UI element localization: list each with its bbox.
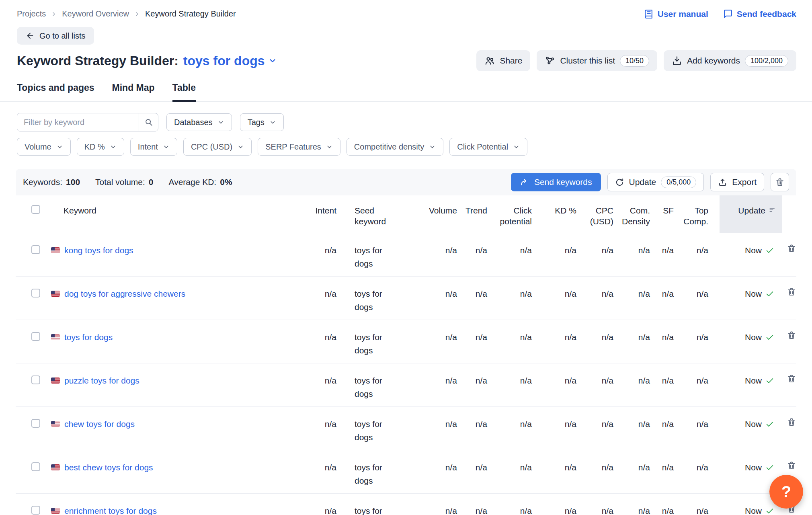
trash-icon [787, 417, 796, 427]
chevron-down-icon [56, 144, 63, 150]
cell-cpc: n/a [581, 450, 618, 493]
table-row: dog toys for aggressive chewers n/a toys… [16, 277, 796, 320]
send-feedback-link[interactable]: Send feedback [723, 9, 796, 19]
cell-trend: n/a [462, 494, 492, 515]
tab-topics-and-pages[interactable]: Topics and pages [17, 82, 94, 102]
cell-trend: n/a [462, 450, 492, 493]
keyword-link[interactable]: dog toys for aggressive chewers [64, 287, 185, 300]
tags-dropdown[interactable]: Tags [240, 113, 284, 131]
filter-competitive-density[interactable]: Competitive density [347, 138, 444, 156]
row-delete-button[interactable] [787, 330, 796, 363]
cell-volume: n/a [414, 407, 462, 450]
total-volume-label: Total volume: [95, 177, 145, 187]
add-keywords-button[interactable]: Add keywords 100/2,000 [664, 50, 796, 71]
chevron-down-icon [429, 144, 436, 150]
cell-cpc: n/a [581, 363, 618, 406]
filter-volume[interactable]: Volume [17, 138, 71, 156]
row-checkbox[interactable] [31, 419, 40, 428]
go-to-all-lists-button[interactable]: Go to all lists [17, 27, 94, 45]
col-cpc[interactable]: CPC (USD) [581, 195, 618, 233]
cell-com-density: n/a [618, 407, 655, 450]
row-checkbox[interactable] [31, 506, 40, 515]
cell-intent: n/a [281, 450, 341, 493]
breadcrumb-item-keyword-overview[interactable]: Keyword Overview [62, 9, 129, 18]
keyword-link[interactable]: best chew toys for dogs [64, 461, 153, 474]
cell-click-potential: n/a [492, 233, 537, 276]
col-keyword[interactable]: Keyword [46, 195, 281, 233]
col-top-comp[interactable]: Top Comp. [679, 195, 720, 233]
cell-com-density: n/a [618, 494, 655, 515]
cell-intent: n/a [281, 320, 341, 363]
send-feedback-label: Send feedback [737, 9, 796, 19]
tab-mind-map[interactable]: Mind Map [112, 82, 155, 102]
col-click-potential[interactable]: Click potential [492, 195, 537, 233]
delete-selected-button[interactable] [771, 173, 789, 191]
keyword-link[interactable]: chew toys for dogs [64, 417, 135, 431]
keyword-cell: dog toys for aggressive chewers [46, 277, 281, 320]
databases-dropdown[interactable]: Databases [166, 113, 232, 131]
cell-sf: n/a [655, 320, 679, 363]
filter-competitive-density-label: Competitive density [354, 142, 424, 152]
user-manual-link[interactable]: User manual [644, 9, 708, 19]
cluster-this-list-button[interactable]: Cluster this list 10/50 [537, 50, 657, 71]
add-keywords-quota-badge: 100/2,000 [745, 55, 788, 67]
share-button[interactable]: Share [476, 50, 530, 71]
search-button[interactable] [139, 113, 158, 131]
keyword-link[interactable]: kong toys for dogs [64, 244, 133, 257]
cluster-this-list-label: Cluster this list [560, 56, 615, 66]
col-update[interactable]: Update [720, 195, 782, 233]
page-title-text: Keyword Strategy Builder: [17, 53, 178, 68]
keyword-link[interactable]: toys for dogs [64, 330, 113, 344]
keyword-link[interactable]: puzzle toys for dogs [64, 374, 139, 387]
book-icon [644, 9, 654, 19]
row-delete-button[interactable] [787, 374, 796, 406]
col-volume[interactable]: Volume [414, 195, 462, 233]
help-button[interactable]: ? [769, 475, 803, 509]
filter-cpc[interactable]: CPC (USD) [183, 138, 252, 156]
filter-serp-features[interactable]: SERP Features [258, 138, 340, 156]
col-trend[interactable]: Trend [462, 195, 492, 233]
col-intent[interactable]: Intent [281, 195, 341, 233]
cell-sf: n/a [655, 277, 679, 320]
row-delete-button[interactable] [787, 417, 796, 450]
cell-volume: n/a [414, 363, 462, 406]
table-row: chew toys for dogs n/a toys for dogs n/a… [16, 407, 796, 450]
row-checkbox[interactable] [31, 332, 40, 341]
list-name-dropdown[interactable]: toys for dogs [183, 53, 277, 68]
row-checkbox[interactable] [31, 462, 40, 471]
row-checkbox[interactable] [31, 245, 40, 254]
row-checkbox[interactable] [31, 375, 40, 384]
chevron-right-icon [134, 11, 140, 17]
row-checkbox[interactable] [31, 289, 40, 298]
select-all-checkbox[interactable] [31, 205, 40, 214]
keyword-filter-input[interactable] [17, 113, 139, 131]
update-quota-badge: 0/5,000 [661, 176, 696, 188]
keywords-count-value: 100 [66, 177, 80, 187]
cell-kd: n/a [537, 450, 581, 493]
filter-kd-label: KD % [84, 142, 105, 152]
col-com-density[interactable]: Com. Density [618, 195, 655, 233]
col-kd[interactable]: KD % [537, 195, 581, 233]
send-keywords-button[interactable]: Send keywords [511, 173, 601, 191]
keyword-link[interactable]: enrichment toys for dogs [64, 504, 157, 515]
check-icon [765, 333, 774, 342]
cell-sf: n/a [655, 450, 679, 493]
cell-click-potential: n/a [492, 320, 537, 363]
filter-click-potential[interactable]: Click Potential [449, 138, 527, 156]
keyword-cell: enrichment toys for dogs [46, 494, 281, 515]
tab-table[interactable]: Table [172, 82, 196, 102]
cell-com-density: n/a [618, 277, 655, 320]
row-actions-cell [782, 407, 796, 450]
row-delete-button[interactable] [787, 244, 796, 276]
row-select-cell [16, 363, 46, 406]
col-sf[interactable]: SF [655, 195, 679, 233]
cell-top-comp: n/a [679, 277, 720, 320]
cell-top-comp: n/a [679, 233, 720, 276]
export-button[interactable]: Export [710, 173, 764, 191]
row-delete-button[interactable] [787, 287, 796, 320]
breadcrumb-item-projects[interactable]: Projects [17, 9, 46, 18]
col-seed-keyword[interactable]: Seed keyword [341, 195, 414, 233]
filter-intent[interactable]: Intent [130, 138, 177, 156]
filter-kd[interactable]: KD % [77, 138, 124, 156]
update-button[interactable]: Update 0/5,000 [607, 173, 704, 191]
